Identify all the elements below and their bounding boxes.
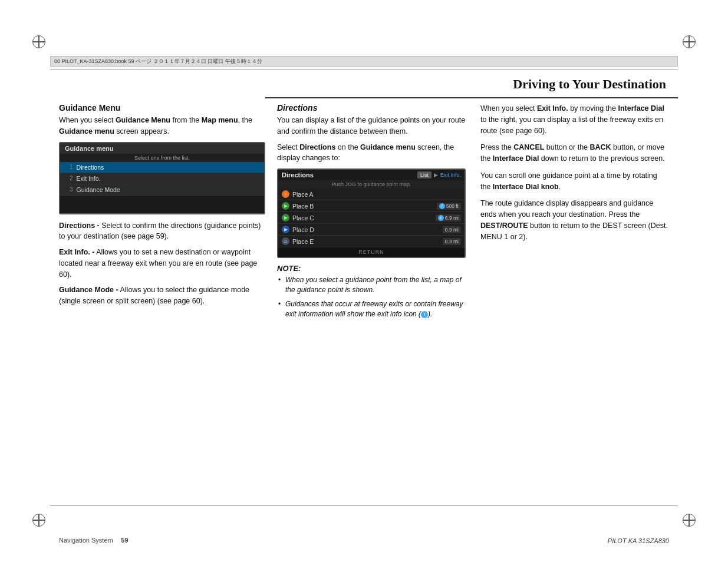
place-e-icon: ⌂ (282, 237, 289, 245)
place-a-icon: ○ (282, 190, 289, 198)
page-title: Driving to Your Destination (513, 77, 666, 92)
place-row-b: ▶ Place B i 500 ft (278, 200, 465, 212)
place-c-icon: ▶ (282, 214, 289, 222)
title-rule (265, 97, 678, 98)
return-label: RETURN (358, 249, 384, 255)
guidance-mode-description: Guidance Mode - Allows you to select the… (59, 285, 265, 307)
directions-screen: Directions List ▶ Exit Info. Push JOG to… (277, 168, 466, 258)
page-number: 59 (121, 537, 128, 544)
directions-screen-title: Directions (282, 171, 314, 178)
page-title-area: Driving to Your Destination (513, 77, 666, 92)
place-b-dist: i 500 ft (437, 203, 461, 210)
directions-title-bar: Directions List ▶ Exit Info. (278, 170, 465, 180)
right-column: When you select Exit Info. by moving the… (477, 103, 669, 497)
pilot-model-text: PILOT KA 31SZA830 (608, 537, 669, 544)
place-row-a: ○ Place A (278, 189, 465, 200)
guidance-mode-label: Guidance Mode - (59, 286, 118, 294)
list-button[interactable]: List (417, 171, 431, 178)
directions-heading: Directions (277, 103, 466, 113)
directions-column: Directions You can display a list of the… (277, 103, 477, 497)
main-content: Guidance Menu When you select Guidance M… (59, 103, 669, 497)
reg-mark-top-left (32, 35, 45, 48)
menu-item-label-2: Exit Info. (77, 175, 101, 182)
guidance-screen-content: Guidance menu Select one from the list. … (60, 143, 264, 213)
exit-info-label: Exit Info. - (59, 248, 94, 256)
reg-mark-bottom-left (32, 514, 45, 527)
place-d-dist: 0.9 mi (443, 226, 461, 233)
place-e-label: Place E (292, 238, 314, 245)
exit-info-description: Exit Info. - Allows you to set a new des… (59, 247, 265, 280)
directions-intro: You can display a list of the guidance p… (277, 115, 466, 137)
guidance-screen-subtitle: Select one from the list. (60, 154, 264, 162)
header-bar: 00 PILOT_KA-31SZA830.book 59 ページ ２０１１年７月… (50, 56, 678, 67)
place-a-label: Place A (292, 191, 314, 198)
place-row-d: ▶ Place D 0.9 mi (278, 224, 465, 236)
directions-description: Directions - Select to confirm the direc… (59, 220, 265, 243)
place-e-dist: 0.3 mi (443, 238, 461, 245)
right-para-2: Press the CANCEL button or the BACK butt… (480, 142, 669, 164)
menu-item-label-1: Directions (77, 164, 104, 171)
exit-info-button[interactable]: Exit Info. (440, 172, 461, 178)
note-list: When you select a guidance point from th… (277, 275, 466, 320)
guidance-menu-item-1[interactable]: 1 Directions (60, 162, 264, 173)
note-item-1: When you select a guidance point from th… (277, 275, 466, 296)
right-para-4: The route guidance display disappears an… (480, 198, 669, 242)
note-section: NOTE: When you select a guidance point f… (277, 264, 466, 320)
info-icon-c: i (438, 215, 444, 221)
guidance-menu-intro: When you select Guidance Menu from the M… (59, 115, 265, 137)
directions-label: Directions - (59, 222, 100, 230)
directions-select-text: Select Directions on the Guidance menu s… (277, 142, 466, 164)
info-icon-inline: i (421, 311, 428, 318)
return-bar[interactable]: RETURN (278, 247, 465, 257)
guidance-screen-title: Guidance menu (60, 143, 264, 154)
place-row-c: ▶ Place C i 6.9 mi (278, 212, 465, 224)
place-c-label: Place C (292, 214, 314, 222)
menu-item-num-2: 2 (70, 175, 73, 181)
bottom-rule (50, 505, 678, 506)
top-rule (50, 70, 678, 70)
nav-system-label: Navigation System 59 (59, 535, 129, 544)
menu-item-num-3: 3 (70, 186, 73, 193)
header-bar-text: 00 PILOT_KA-31SZA830.book 59 ページ ２０１１年７月… (54, 58, 262, 65)
place-d-icon: ▶ (282, 226, 289, 233)
bottom-area: Navigation System 59 PILOT KA 31SZA830 (59, 535, 669, 544)
menu-item-label-3: Guidance Mode (77, 186, 120, 193)
guidance-menu-column: Guidance Menu When you select Guidance M… (59, 103, 277, 497)
place-c-dist: i 6.9 mi (436, 214, 461, 222)
guidance-menu-item-2[interactable]: 2 Exit Info. (60, 173, 264, 184)
menu-item-num-1: 1 (70, 164, 73, 170)
note-item-2: Guidances that occur at freeway exits or… (277, 299, 466, 320)
note-title: NOTE: (277, 264, 466, 273)
directions-title-right: List ▶ Exit Info. (417, 171, 461, 178)
place-row-e: ⌂ Place E 0.3 mi (278, 236, 465, 247)
arrow-icon: ▶ (434, 172, 438, 178)
guidance-menu-screen: Guidance menu Select one from the list. … (59, 142, 265, 214)
right-para-3: You can scroll one guidance point at a t… (480, 170, 669, 193)
info-icon-b: i (439, 203, 445, 209)
directions-screen-subtitle: Push JOG to guidance point map. (278, 180, 465, 189)
nav-system-text: Navigation System (59, 537, 113, 544)
guidance-menu-item-3[interactable]: 3 Guidance Mode (60, 184, 264, 196)
guidance-menu-heading: Guidance Menu (59, 103, 265, 113)
place-b-icon: ▶ (282, 202, 289, 210)
reg-mark-top-right (683, 35, 696, 48)
place-d-label: Place D (292, 226, 314, 233)
reg-mark-bottom-right (683, 514, 696, 527)
place-b-label: Place B (292, 203, 314, 210)
right-para-1: When you select Exit Info. by moving the… (480, 103, 669, 136)
